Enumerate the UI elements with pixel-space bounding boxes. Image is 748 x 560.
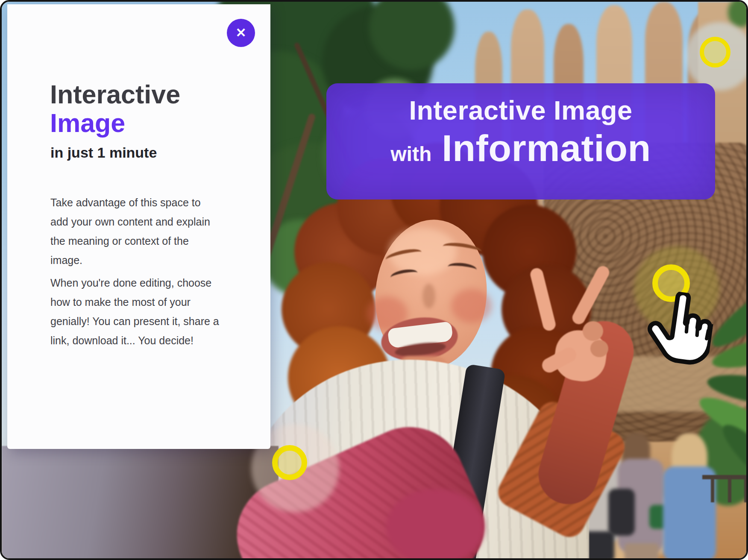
hotspot-top-spire[interactable] [700,37,730,67]
close-button[interactable]: ✕ [227,19,255,47]
info-panel: ✕ Interactive Image in just 1 minute Tak… [7,4,270,449]
panel-paragraph-2: When you're done editing, choose how to … [50,273,219,350]
panel-title: Interactive Image [50,80,180,138]
interactive-image-viewer: Interactive Image with Information ✕ Int… [0,0,748,560]
panel-subtitle: in just 1 minute [50,144,157,161]
hotspot-bottom-left[interactable] [272,445,307,480]
panel-title-line1: Interactive [50,80,180,109]
close-icon: ✕ [235,26,246,39]
panel-paragraph-1: Take advantage of this space to add your… [50,193,210,270]
pointer-hand-icon [642,288,717,377]
panel-title-line2: Image [50,109,180,138]
